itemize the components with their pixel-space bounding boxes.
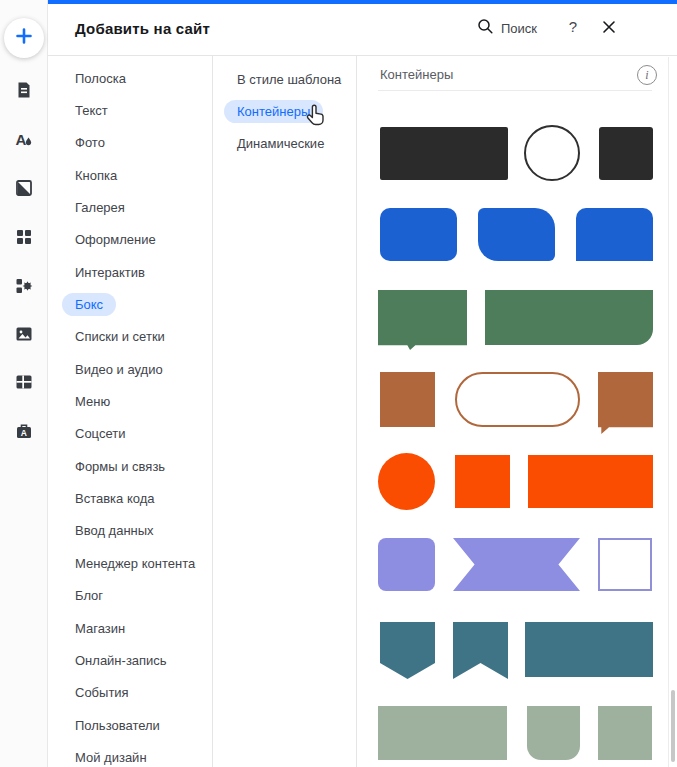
container-dark-rectangle[interactable]: [380, 127, 508, 180]
container-blue-rectangle-rounded-top[interactable]: [576, 208, 653, 261]
menu-item-мой-дизайн[interactable]: Мой дизайн: [48, 741, 212, 767]
menu-item-менеджер-контента[interactable]: Менеджер контента: [48, 547, 212, 579]
panel-title: Добавить на сайт: [75, 20, 210, 37]
sections-grid-icon[interactable]: [14, 227, 34, 247]
menu-item-label: Фото: [75, 135, 105, 150]
submenu-item-динамические[interactable]: Динамические: [213, 128, 356, 160]
menu-item-label: Галерея: [75, 200, 125, 215]
menu-item-label: Ввод данных: [75, 523, 154, 538]
menu-item-видео-и-аудио[interactable]: Видео и аудио: [48, 353, 212, 385]
menu-item-списки-и-сетки[interactable]: Списки и сетки: [48, 321, 212, 353]
content-table-icon[interactable]: [14, 372, 34, 392]
menu-item-label: Вставка кода: [75, 491, 155, 506]
search-button[interactable]: Поиск: [477, 18, 537, 39]
container-sage-rounded-bottom-square[interactable]: [527, 706, 580, 760]
menu-item-label: Бокс: [62, 293, 116, 316]
close-icon[interactable]: [599, 17, 619, 37]
panel-header: Добавить на сайт Поиск ?: [48, 4, 677, 56]
container-teal-rectangle[interactable]: [525, 622, 653, 677]
container-brown-speech-square[interactable]: [598, 372, 653, 434]
menu-item-пользователи[interactable]: Пользователи: [48, 709, 212, 741]
submenu-item-label: Контейнеры: [224, 100, 323, 123]
menu-item-события[interactable]: События: [48, 677, 212, 709]
media-image-icon[interactable]: [14, 324, 34, 344]
menu-item-ввод-данных[interactable]: Ввод данных: [48, 515, 212, 547]
menu-item-label: Менеджер контента: [75, 556, 195, 571]
info-icon[interactable]: i: [637, 65, 657, 85]
container-brown-outline-pill[interactable]: [455, 372, 580, 427]
menu-item-label: События: [75, 685, 129, 700]
scrollbar-thumb[interactable]: [671, 690, 675, 762]
content-divider: [378, 90, 652, 91]
menu-item-label: Кнопка: [75, 168, 117, 183]
menu-item-текст[interactable]: Текст: [48, 94, 212, 126]
menu-item-label: Интерактив: [75, 265, 145, 280]
container-green-speech-rectangle[interactable]: [378, 290, 467, 350]
menu-item-онлайн-запись[interactable]: Онлайн-запись: [48, 644, 212, 676]
container-sage-rectangle[interactable]: [378, 706, 507, 760]
menu-item-полоска[interactable]: Полоска: [48, 62, 212, 94]
container-outline-circle[interactable]: [524, 125, 580, 181]
hire-briefcase-icon[interactable]: A: [14, 421, 34, 441]
menu-item-label: Текст: [75, 103, 108, 118]
menu-item-label: Блог: [75, 588, 103, 603]
box-submenu: В стиле шаблонаКонтейнерыДинамические: [213, 56, 357, 767]
container-orange-circle[interactable]: [378, 453, 435, 510]
menu-item-label: Формы и связь: [75, 459, 165, 474]
menu-item-label: Списки и сетки: [75, 329, 165, 344]
menu-item-вставка-кода[interactable]: Вставка кода: [48, 482, 212, 514]
menu-item-label: Мой дизайн: [75, 750, 147, 765]
container-blue-asymmetric-rounded-rectangle[interactable]: [478, 208, 555, 261]
submenu-item-label: Динамические: [237, 136, 324, 151]
container-brown-square[interactable]: [380, 372, 435, 427]
svg-text:A: A: [21, 428, 27, 438]
site-design-icon[interactable]: A: [14, 129, 34, 149]
search-label: Поиск: [501, 21, 537, 36]
container-dark-square[interactable]: [599, 127, 653, 180]
category-menu: ПолоскаТекстФотоКнопкаГалереяОформлениеИ…: [48, 56, 213, 767]
add-elements-button[interactable]: [4, 18, 44, 58]
container-sage-square[interactable]: [598, 706, 652, 760]
menu-item-интерактив[interactable]: Интерактив: [48, 256, 212, 288]
menu-item-бокс[interactable]: Бокс: [48, 288, 212, 320]
container-orange-rectangle[interactable]: [528, 455, 653, 508]
svg-text:A: A: [16, 131, 27, 148]
menu-item-label: Онлайн-запись: [75, 653, 167, 668]
menu-item-галерея[interactable]: Галерея: [48, 191, 212, 223]
app-market-gear-icon[interactable]: [14, 276, 34, 296]
menu-item-фото[interactable]: Фото: [48, 127, 212, 159]
add-elements-plus-icon: [14, 26, 34, 50]
scrollbar-track: [668, 57, 669, 767]
content-heading: Контейнеры: [380, 67, 453, 82]
container-green-rectangle-rounded-corner[interactable]: [485, 290, 653, 345]
container-purple-rounded-square[interactable]: [378, 538, 435, 591]
submenu-item-label: В стиле шаблона: [237, 72, 341, 87]
menu-item-label: Магазин: [75, 621, 125, 636]
menu-item-label: Видео и аудио: [75, 362, 163, 377]
menu-item-label: Соцсети: [75, 426, 125, 441]
page-document-icon[interactable]: [14, 80, 34, 100]
container-orange-square[interactable]: [455, 455, 510, 508]
menu-item-соцсети[interactable]: Соцсети: [48, 418, 212, 450]
container-purple-outline-square[interactable]: [598, 538, 652, 591]
container-blue-rounded-rectangle[interactable]: [380, 208, 457, 261]
menu-item-блог[interactable]: Блог: [48, 580, 212, 612]
search-icon: [477, 18, 494, 39]
menu-item-оформление[interactable]: Оформление: [48, 224, 212, 256]
menu-item-кнопка[interactable]: Кнопка: [48, 159, 212, 191]
menu-item-формы-и-связь[interactable]: Формы и связь: [48, 450, 212, 482]
menu-item-label: Оформление: [75, 232, 156, 247]
menu-item-label: Пользователи: [75, 718, 160, 733]
menu-item-магазин[interactable]: Магазин: [48, 612, 212, 644]
menu-item-меню[interactable]: Меню: [48, 385, 212, 417]
media-contrast-icon[interactable]: [14, 178, 34, 198]
help-button[interactable]: ?: [563, 18, 583, 35]
submenu-item-контейнеры[interactable]: Контейнеры: [213, 95, 356, 127]
menu-item-label: Меню: [75, 394, 110, 409]
editor-rail: A A: [0, 0, 48, 767]
panel-top-accent-bar: [48, 0, 677, 4]
submenu-item-в-стиле-шаблона[interactable]: В стиле шаблона: [213, 63, 356, 95]
menu-item-label: Полоска: [75, 71, 126, 86]
